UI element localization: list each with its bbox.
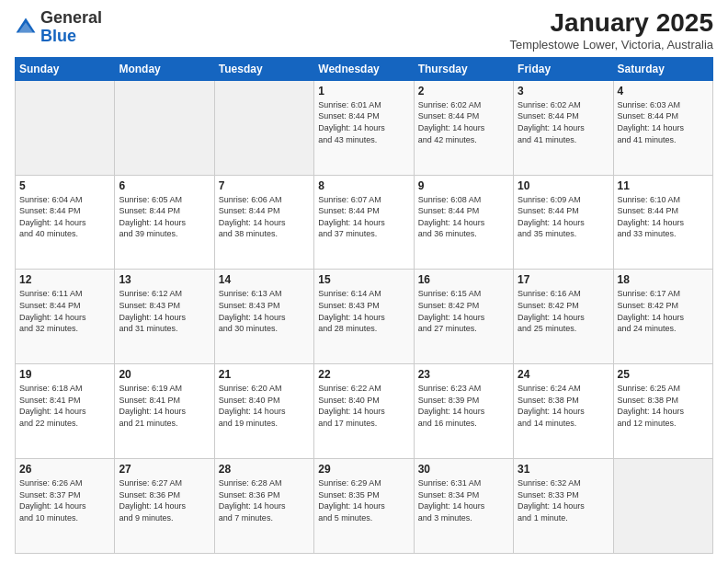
day-number: 2 (418, 85, 509, 98)
day-number: 31 (518, 463, 609, 476)
day-number: 3 (518, 85, 609, 98)
day-cell: 24Sunrise: 6:24 AM Sunset: 8:38 PM Dayli… (514, 364, 613, 459)
day-cell: 13Sunrise: 6:12 AM Sunset: 8:43 PM Dayli… (115, 270, 214, 364)
day-header-monday: Monday (115, 57, 214, 80)
day-info: Sunrise: 6:19 AM Sunset: 8:41 PM Dayligh… (119, 383, 210, 429)
day-cell: 4Sunrise: 6:03 AM Sunset: 8:44 PM Daylig… (613, 80, 712, 175)
week-row-3: 12Sunrise: 6:11 AM Sunset: 8:44 PM Dayli… (16, 270, 713, 364)
day-header-wednesday: Wednesday (314, 57, 414, 80)
day-info: Sunrise: 6:07 AM Sunset: 8:44 PM Dayligh… (318, 194, 409, 240)
day-info: Sunrise: 6:18 AM Sunset: 8:41 PM Dayligh… (19, 383, 110, 429)
day-cell: 6Sunrise: 6:05 AM Sunset: 8:44 PM Daylig… (115, 175, 214, 270)
logo-blue: Blue (40, 27, 76, 45)
day-number: 25 (618, 368, 709, 381)
day-number: 16 (418, 273, 509, 286)
day-header-friday: Friday (514, 57, 613, 80)
month-title: January 2025 (509, 9, 713, 38)
day-info: Sunrise: 6:02 AM Sunset: 8:44 PM Dayligh… (418, 99, 509, 145)
day-header-saturday: Saturday (613, 57, 712, 80)
day-cell: 3Sunrise: 6:02 AM Sunset: 8:44 PM Daylig… (514, 80, 613, 175)
day-info: Sunrise: 6:06 AM Sunset: 8:44 PM Dayligh… (219, 194, 310, 240)
day-info: Sunrise: 6:04 AM Sunset: 8:44 PM Dayligh… (19, 194, 110, 240)
day-cell: 10Sunrise: 6:09 AM Sunset: 8:44 PM Dayli… (514, 175, 613, 270)
calendar-table: SundayMondayTuesdayWednesdayThursdayFrid… (15, 57, 713, 554)
day-number: 13 (119, 273, 210, 286)
day-info: Sunrise: 6:15 AM Sunset: 8:42 PM Dayligh… (418, 288, 509, 334)
day-number: 20 (119, 368, 210, 381)
day-cell: 9Sunrise: 6:08 AM Sunset: 8:44 PM Daylig… (414, 175, 513, 270)
day-info: Sunrise: 6:25 AM Sunset: 8:38 PM Dayligh… (618, 383, 709, 429)
day-cell (16, 80, 115, 175)
day-info: Sunrise: 6:22 AM Sunset: 8:40 PM Dayligh… (318, 383, 409, 429)
day-number: 6 (119, 179, 210, 192)
day-number: 26 (19, 463, 110, 476)
day-cell: 1Sunrise: 6:01 AM Sunset: 8:44 PM Daylig… (314, 80, 414, 175)
day-cell (214, 80, 313, 175)
day-cell: 31Sunrise: 6:32 AM Sunset: 8:33 PM Dayli… (514, 459, 613, 554)
day-cell: 15Sunrise: 6:14 AM Sunset: 8:43 PM Dayli… (314, 270, 414, 364)
day-cell: 28Sunrise: 6:28 AM Sunset: 8:36 PM Dayli… (214, 459, 313, 554)
day-number: 29 (318, 463, 409, 476)
day-info: Sunrise: 6:09 AM Sunset: 8:44 PM Dayligh… (518, 194, 609, 240)
day-info: Sunrise: 6:32 AM Sunset: 8:33 PM Dayligh… (518, 477, 609, 523)
day-info: Sunrise: 6:13 AM Sunset: 8:43 PM Dayligh… (219, 288, 310, 334)
day-number: 5 (19, 179, 110, 192)
day-cell: 19Sunrise: 6:18 AM Sunset: 8:41 PM Dayli… (16, 364, 115, 459)
day-number: 15 (318, 273, 409, 286)
day-info: Sunrise: 6:24 AM Sunset: 8:38 PM Dayligh… (518, 383, 609, 429)
day-header-sunday: Sunday (16, 57, 115, 80)
day-cell: 17Sunrise: 6:16 AM Sunset: 8:42 PM Dayli… (514, 270, 613, 364)
day-number: 14 (219, 273, 310, 286)
week-row-4: 19Sunrise: 6:18 AM Sunset: 8:41 PM Dayli… (16, 364, 713, 459)
logo: General Blue (15, 9, 102, 46)
day-number: 30 (418, 463, 509, 476)
day-cell: 20Sunrise: 6:19 AM Sunset: 8:41 PM Dayli… (115, 364, 214, 459)
day-cell: 21Sunrise: 6:20 AM Sunset: 8:40 PM Dayli… (214, 364, 313, 459)
day-cell: 14Sunrise: 6:13 AM Sunset: 8:43 PM Dayli… (214, 270, 313, 364)
day-number: 7 (219, 179, 310, 192)
day-number: 10 (518, 179, 609, 192)
day-info: Sunrise: 6:11 AM Sunset: 8:44 PM Dayligh… (19, 288, 110, 334)
week-row-5: 26Sunrise: 6:26 AM Sunset: 8:37 PM Dayli… (16, 459, 713, 554)
day-number: 27 (119, 463, 210, 476)
day-cell: 25Sunrise: 6:25 AM Sunset: 8:38 PM Dayli… (613, 364, 712, 459)
day-number: 1 (318, 85, 409, 98)
day-cell: 29Sunrise: 6:29 AM Sunset: 8:35 PM Dayli… (314, 459, 414, 554)
day-number: 4 (618, 85, 709, 98)
day-info: Sunrise: 6:01 AM Sunset: 8:44 PM Dayligh… (318, 99, 409, 145)
day-info: Sunrise: 6:14 AM Sunset: 8:43 PM Dayligh… (318, 288, 409, 334)
title-block: January 2025 Templestowe Lower, Victoria… (509, 9, 713, 52)
day-cell: 27Sunrise: 6:27 AM Sunset: 8:36 PM Dayli… (115, 459, 214, 554)
day-cell (613, 459, 712, 554)
header-row: SundayMondayTuesdayWednesdayThursdayFrid… (16, 57, 713, 80)
day-number: 17 (518, 273, 609, 286)
day-cell: 12Sunrise: 6:11 AM Sunset: 8:44 PM Dayli… (16, 270, 115, 364)
day-number: 19 (19, 368, 110, 381)
day-number: 9 (418, 179, 509, 192)
logo-text: General Blue (40, 9, 102, 46)
day-header-thursday: Thursday (414, 57, 513, 80)
header: General Blue January 2025 Templestowe Lo… (15, 9, 713, 52)
day-number: 18 (618, 273, 709, 286)
day-header-tuesday: Tuesday (214, 57, 313, 80)
day-cell: 11Sunrise: 6:10 AM Sunset: 8:44 PM Dayli… (613, 175, 712, 270)
day-info: Sunrise: 6:16 AM Sunset: 8:42 PM Dayligh… (518, 288, 609, 334)
day-number: 24 (518, 368, 609, 381)
day-cell: 16Sunrise: 6:15 AM Sunset: 8:42 PM Dayli… (414, 270, 513, 364)
day-info: Sunrise: 6:10 AM Sunset: 8:44 PM Dayligh… (618, 194, 709, 240)
day-info: Sunrise: 6:31 AM Sunset: 8:34 PM Dayligh… (418, 477, 509, 523)
logo-icon (15, 17, 37, 39)
day-cell: 5Sunrise: 6:04 AM Sunset: 8:44 PM Daylig… (16, 175, 115, 270)
day-number: 28 (219, 463, 310, 476)
day-info: Sunrise: 6:29 AM Sunset: 8:35 PM Dayligh… (318, 477, 409, 523)
day-info: Sunrise: 6:27 AM Sunset: 8:36 PM Dayligh… (119, 477, 210, 523)
day-info: Sunrise: 6:02 AM Sunset: 8:44 PM Dayligh… (518, 99, 609, 145)
day-info: Sunrise: 6:26 AM Sunset: 8:37 PM Dayligh… (19, 477, 110, 523)
day-cell: 30Sunrise: 6:31 AM Sunset: 8:34 PM Dayli… (414, 459, 513, 554)
week-row-1: 1Sunrise: 6:01 AM Sunset: 8:44 PM Daylig… (16, 80, 713, 175)
location: Templestowe Lower, Victoria, Australia (509, 38, 713, 52)
day-cell: 26Sunrise: 6:26 AM Sunset: 8:37 PM Dayli… (16, 459, 115, 554)
week-row-2: 5Sunrise: 6:04 AM Sunset: 8:44 PM Daylig… (16, 175, 713, 270)
day-number: 23 (418, 368, 509, 381)
day-cell: 22Sunrise: 6:22 AM Sunset: 8:40 PM Dayli… (314, 364, 414, 459)
